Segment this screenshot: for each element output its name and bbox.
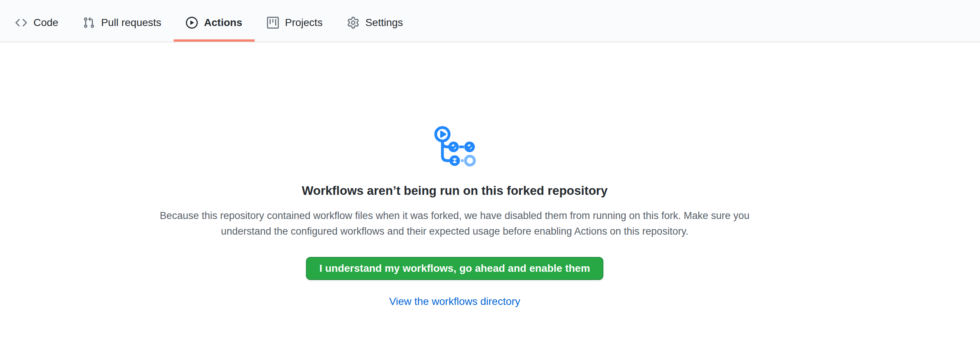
tab-pull-requests[interactable]: Pull requests [71, 0, 173, 42]
git-pull-request-icon [83, 17, 95, 29]
tab-code[interactable]: Code [3, 0, 71, 42]
play-icon [186, 17, 198, 29]
tab-projects[interactable]: Projects [255, 0, 335, 42]
blankslate-description: Because this repository contained workfl… [148, 208, 761, 239]
gear-icon [347, 17, 359, 29]
workflow-graph-icon [433, 125, 477, 168]
tab-label: Projects [285, 17, 323, 29]
tab-label: Actions [204, 17, 242, 29]
tab-settings[interactable]: Settings [335, 0, 415, 42]
blankslate-heading: Workflows aren’t being run on this forke… [302, 183, 608, 198]
enable-workflows-button[interactable]: I understand my workflows, go ahead and … [306, 257, 603, 280]
actions-blankslate: Workflows aren’t being run on this forke… [0, 42, 909, 308]
tab-label: Settings [366, 17, 403, 29]
repo-tab-nav: Code Pull requests Actions Projects Sett [3, 0, 980, 42]
tab-actions[interactable]: Actions [173, 0, 255, 42]
project-icon [267, 17, 279, 29]
tab-label: Code [33, 17, 58, 29]
repo-header: Code Pull requests Actions Projects Sett [0, 0, 980, 42]
code-icon [15, 17, 27, 29]
tab-label: Pull requests [101, 17, 161, 29]
view-workflows-directory-link[interactable]: View the workflows directory [389, 295, 520, 308]
